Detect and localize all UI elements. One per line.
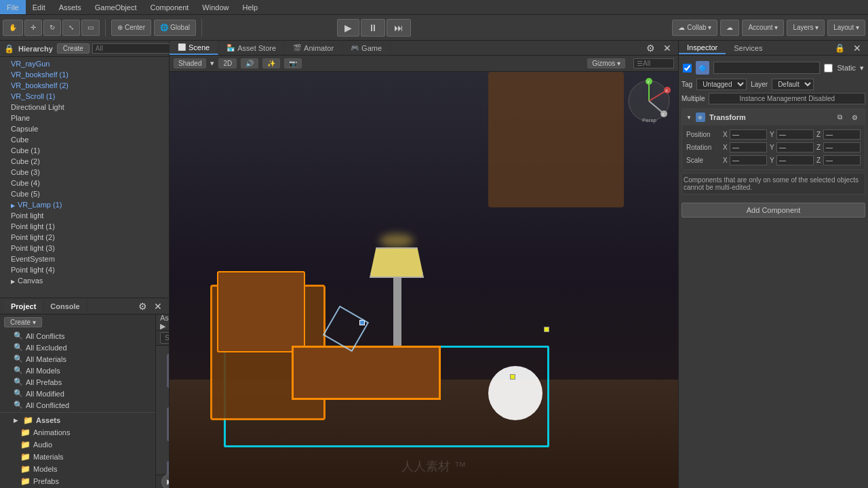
- menu-assets[interactable]: Assets: [52, 0, 88, 14]
- rotation-z-input[interactable]: [823, 142, 861, 152]
- filter-all-prefabs[interactable]: 🔍 All Prefabs: [0, 376, 155, 388]
- account-button[interactable]: Account ▾: [742, 20, 784, 36]
- filter-all-excluded[interactable]: 🔍 All Excluded: [0, 342, 155, 353]
- cloud-button[interactable]: ☁: [720, 20, 739, 36]
- tab-game[interactable]: 🎮 Game: [342, 41, 391, 55]
- tool-move[interactable]: ✛: [24, 20, 42, 36]
- tab-scene[interactable]: ⬜ Scene: [170, 41, 218, 55]
- menu-component[interactable]: Component: [143, 0, 195, 14]
- menu-help[interactable]: Help: [235, 0, 264, 14]
- asset-play-icon[interactable]: ▶: [161, 474, 169, 489]
- scale-y-input[interactable]: [776, 155, 814, 165]
- tree-animations[interactable]: 📁 Animations: [0, 426, 155, 439]
- play-button[interactable]: ▶: [337, 19, 359, 37]
- tab-services[interactable]: Services: [726, 43, 770, 54]
- filter-all-modified[interactable]: 🔍 All Modified: [0, 388, 155, 399]
- asset-materials[interactable]: 📁 Materials: [161, 458, 169, 474]
- hierarchy-search[interactable]: [92, 43, 174, 54]
- position-y-input[interactable]: [776, 129, 814, 140]
- project-settings-icon[interactable]: ⚙: [136, 300, 150, 313]
- tool-rect[interactable]: ▭: [81, 20, 100, 36]
- hier-item-dirlight[interactable]: Directional Light: [0, 102, 169, 113]
- tree-materials[interactable]: 📁 Materials: [0, 451, 155, 463]
- transform-copy-icon[interactable]: ⧉: [835, 112, 845, 123]
- project-close-icon[interactable]: ✕: [151, 300, 165, 313]
- filter-all-models[interactable]: 🔍 All Models: [0, 365, 155, 376]
- tab-inspector[interactable]: Inspector: [679, 42, 726, 54]
- hier-item-pointlight[interactable]: Point light: [0, 210, 169, 221]
- asset-audio[interactable]: 📁 Audio: [161, 405, 169, 454]
- hier-item-cube4[interactable]: Cube (4): [0, 178, 169, 188]
- asset-search-input[interactable]: [160, 332, 169, 344]
- filter-all-conflicted[interactable]: 🔍 All Conflicted: [0, 399, 155, 411]
- tree-prefabs[interactable]: 📁 Prefabs: [0, 475, 155, 487]
- layers-button[interactable]: Layers ▾: [787, 20, 825, 36]
- rotation-y-input[interactable]: [776, 142, 814, 152]
- tab-console[interactable]: Console: [43, 300, 87, 312]
- global-button[interactable]: 🌐 Global: [154, 20, 196, 36]
- audio-button[interactable]: 🔊: [241, 58, 258, 68]
- tree-assets[interactable]: ▶📁 Assets: [0, 414, 155, 426]
- tree-audio[interactable]: 📁 Audio: [0, 439, 155, 451]
- fx-button[interactable]: ✨: [262, 58, 280, 68]
- hier-item-cube[interactable]: Cube: [0, 134, 169, 145]
- viewport-close-icon[interactable]: ✕: [660, 41, 674, 55]
- hier-item-vrraygun[interactable]: VR_rayGun: [0, 58, 169, 69]
- hier-item-pointlight3[interactable]: Point light (3): [0, 243, 169, 253]
- gizmos-button[interactable]: Gizmos ▾: [587, 58, 625, 68]
- position-x-input[interactable]: [730, 129, 767, 140]
- tool-rotate[interactable]: ↻: [43, 20, 61, 36]
- step-button[interactable]: ⏭: [387, 19, 411, 37]
- tab-project[interactable]: Project: [4, 300, 43, 312]
- hier-item-pointlight4[interactable]: Point light (4): [0, 264, 169, 275]
- inspector-active-checkbox[interactable]: [683, 64, 692, 73]
- hier-item-cube1[interactable]: Cube (1): [0, 145, 169, 156]
- hier-item-cube3[interactable]: Cube (3): [0, 167, 169, 178]
- hier-item-plane[interactable]: Plane: [0, 113, 169, 123]
- inspector-name-input[interactable]: [713, 62, 820, 74]
- menu-window[interactable]: Window: [195, 0, 235, 14]
- hier-item-canvas[interactable]: ▶Canvas: [0, 275, 169, 286]
- scale-x-input[interactable]: [730, 155, 767, 165]
- scene-search-input[interactable]: [633, 58, 674, 68]
- tree-models[interactable]: 📁 Models: [0, 463, 155, 475]
- inspector-layer-select[interactable]: Default: [772, 79, 814, 90]
- hier-item-pointlight2[interactable]: Point light (2): [0, 232, 169, 243]
- layout-button[interactable]: Layout ▾: [827, 20, 865, 36]
- inspector-tag-select[interactable]: Untagged: [696, 79, 747, 90]
- project-create-btn[interactable]: Create ▾: [4, 317, 42, 327]
- hier-item-eventsystem[interactable]: EventSystem: [0, 253, 169, 264]
- scene-cam-button[interactable]: 📷: [284, 58, 302, 68]
- add-component-button[interactable]: Add Component: [682, 203, 865, 218]
- hier-item-cube2[interactable]: Cube (2): [0, 156, 169, 167]
- asset-animations[interactable]: 📁 Animations: [161, 351, 169, 401]
- scale-z-input[interactable]: [823, 155, 861, 165]
- viewport-settings-icon[interactable]: ⚙: [644, 41, 658, 55]
- tab-assetstore[interactable]: 🏪 Asset Store: [218, 41, 285, 55]
- tool-hand[interactable]: ✋: [3, 20, 23, 36]
- filter-all-conflicts[interactable]: 🔍 All Conflicts: [0, 330, 155, 342]
- hier-item-vrbookshelf1[interactable]: VR_bookshelf (1): [0, 69, 169, 80]
- inspector-close-icon[interactable]: ✕: [850, 41, 864, 55]
- hier-item-pointlight1[interactable]: Point light (1): [0, 221, 169, 232]
- menu-file[interactable]: File: [0, 0, 26, 14]
- hier-item-capsule[interactable]: Capsule: [0, 123, 169, 134]
- rotation-x-input[interactable]: [730, 142, 767, 152]
- menu-gameobject[interactable]: GameObject: [88, 0, 144, 14]
- viewport[interactable]: Y X Z Persp: [170, 72, 678, 488]
- transform-menu-icon[interactable]: ⚙: [849, 113, 861, 123]
- transform-header[interactable]: ▼ ⊕ Transform ⧉ ⚙: [682, 109, 865, 125]
- hierarchy-create-btn[interactable]: Create: [57, 43, 90, 54]
- shaded-button[interactable]: Shaded: [174, 58, 206, 68]
- hier-item-vrlamp1[interactable]: ▶VR_Lamp (1): [0, 199, 169, 210]
- collab-button[interactable]: ☁ Collab ▾: [672, 20, 717, 36]
- inspector-static-checkbox[interactable]: [824, 64, 833, 73]
- tool-scale[interactable]: ⤡: [62, 20, 80, 36]
- inspector-lock-icon[interactable]: 🔒: [832, 41, 848, 55]
- hier-item-vrbookshelf2[interactable]: VR_bookshelf (2): [0, 80, 169, 91]
- 2d-button[interactable]: 2D: [218, 58, 237, 68]
- pause-button[interactable]: ⏸: [361, 19, 385, 37]
- menu-edit[interactable]: Edit: [26, 0, 52, 14]
- position-z-input[interactable]: [823, 129, 861, 140]
- hier-item-cube5[interactable]: Cube (5): [0, 188, 169, 199]
